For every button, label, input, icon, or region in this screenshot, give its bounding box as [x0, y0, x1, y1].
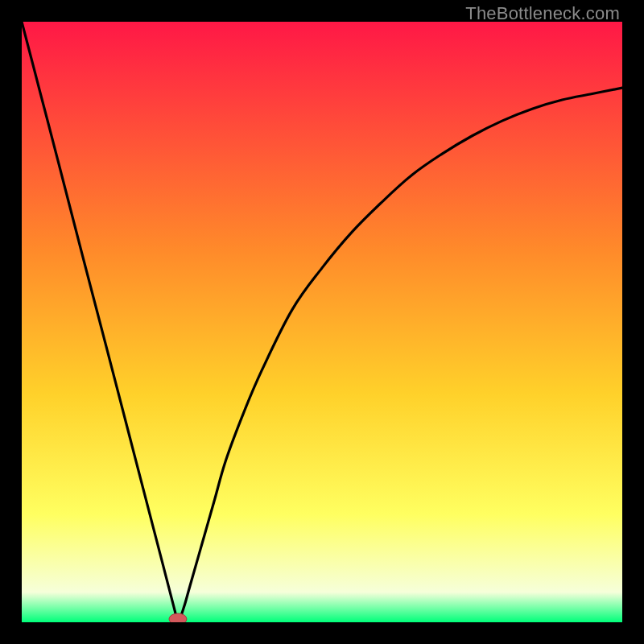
optimal-point-marker	[169, 613, 187, 622]
chart-frame: TheBottleneck.com	[0, 0, 644, 644]
watermark-text: TheBottleneck.com	[465, 3, 620, 24]
gradient-background	[22, 22, 622, 622]
plot-area	[22, 22, 622, 622]
chart-svg	[22, 22, 622, 622]
